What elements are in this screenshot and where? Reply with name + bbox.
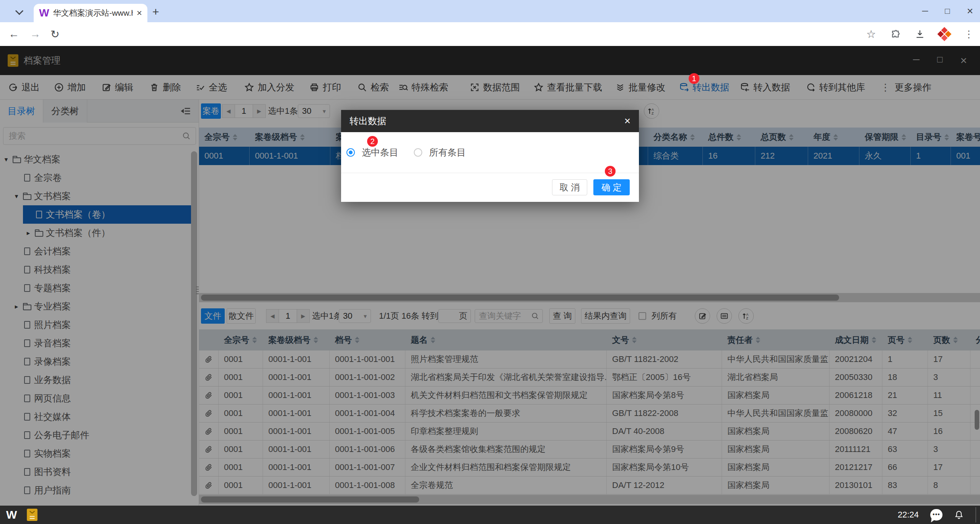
dialog-title: 转出数据 — [350, 115, 624, 127]
browser-menu-kebab-icon[interactable]: ⋮ — [964, 28, 974, 40]
bell-icon[interactable] — [954, 510, 964, 520]
download-icon[interactable] — [915, 29, 925, 39]
taskbar-archive-app-icon[interactable] — [27, 509, 38, 521]
radio-label: 所有条目 — [429, 146, 466, 159]
taskbar-divider — [975, 507, 976, 522]
browser-maximize-icon[interactable]: □ — [945, 6, 950, 16]
radio-on-icon[interactable] — [346, 148, 355, 157]
confirm-button-label: 确 定 — [601, 182, 621, 193]
browser-addressbar: ← → ↻ 不安全 xysh.eu.org:8848/Lams/vue/inde… — [0, 22, 980, 46]
taskbar: W 22:24 ••• — [0, 506, 980, 524]
dialog-body: 2 选中条目 所有条目 — [341, 132, 639, 173]
confirm-button[interactable]: 3 确 定 — [593, 179, 630, 195]
tab-search-chevron-icon[interactable] — [11, 5, 28, 19]
step-badge-3: 3 — [605, 166, 616, 177]
chat-icon[interactable]: ••• — [930, 509, 942, 521]
start-w-logo[interactable]: W — [6, 508, 17, 521]
addressbar-actions: ☆ ⋮ — [866, 22, 980, 46]
site-logo: W — [39, 7, 49, 19]
back-icon[interactable]: ← — [8, 22, 19, 46]
browser-close-icon[interactable]: × — [967, 5, 973, 17]
tab-title: 华文档案演示站-www.hwxt.co — [53, 8, 133, 18]
dialog-close-icon[interactable]: × — [624, 115, 630, 127]
radio-all-entries[interactable]: 所有条目 — [414, 146, 466, 159]
clock[interactable]: 22:24 — [898, 510, 919, 520]
forward-icon[interactable]: → — [30, 22, 41, 46]
extension-color-icon[interactable] — [938, 27, 952, 41]
step-badge-1: 1 — [689, 73, 699, 84]
browser-tabstrip: W 华文档案演示站-www.hwxt.co × + ─ □ × — [0, 0, 980, 22]
radio-selected-entries[interactable]: 2 选中条目 — [346, 146, 399, 159]
tab-close-icon[interactable]: × — [137, 8, 142, 18]
new-tab-button[interactable]: + — [152, 5, 159, 18]
reload-icon[interactable]: ↻ — [51, 22, 59, 46]
taskbar-tray: 22:24 ••• — [898, 506, 980, 524]
cancel-button[interactable]: 取 消 — [552, 179, 587, 195]
step-badge-2: 2 — [367, 136, 378, 147]
extensions-puzzle-icon[interactable] — [890, 29, 900, 39]
dialog-header[interactable]: 转出数据 × — [341, 110, 639, 132]
dialog-footer: 取 消 3 确 定 — [341, 173, 639, 201]
browser-window-controls: ─ □ × — [922, 0, 980, 22]
export-data-dialog: 转出数据 × 2 选中条目 所有条目 取 消 3 确 定 — [341, 110, 639, 202]
bookmark-star-icon[interactable]: ☆ — [866, 28, 876, 41]
screen: W 华文档案演示站-www.hwxt.co × + ─ □ × ← → ↻ 不安… — [0, 0, 980, 524]
browser-tab[interactable]: W 华文档案演示站-www.hwxt.co × — [34, 4, 147, 22]
browser-minimize-icon[interactable]: ─ — [922, 6, 928, 16]
radio-off-icon[interactable] — [414, 148, 422, 157]
radio-label: 选中条目 — [362, 146, 399, 159]
